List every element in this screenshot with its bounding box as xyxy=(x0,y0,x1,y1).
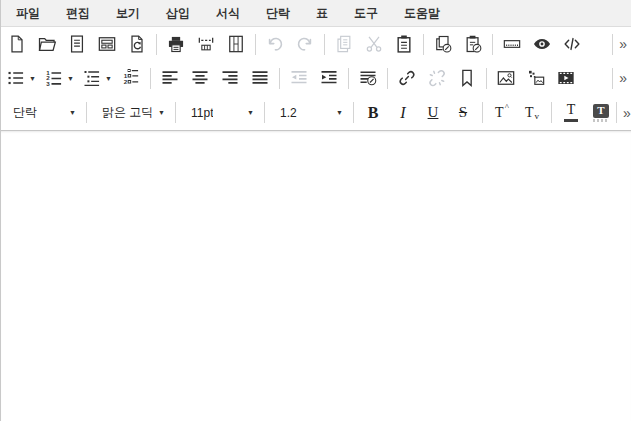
template-icon xyxy=(97,34,117,54)
eye-icon xyxy=(532,34,552,54)
ruler-icon xyxy=(502,34,522,54)
paste-as-text-button[interactable] xyxy=(428,29,458,59)
cut-button[interactable] xyxy=(359,29,389,59)
redo-button[interactable] xyxy=(290,29,320,59)
svg-text:2: 2 xyxy=(123,78,127,85)
list-ol-icon: 123 xyxy=(44,68,64,88)
outline-list-button[interactable]: 12 xyxy=(116,63,146,93)
template-button[interactable] xyxy=(92,29,122,59)
menu-format[interactable]: 서식 xyxy=(203,0,253,26)
bookmark-icon xyxy=(457,68,477,88)
open-document-button[interactable] xyxy=(32,29,62,59)
bold-button[interactable]: B xyxy=(358,98,388,128)
toolbar-row-1: » xyxy=(1,27,631,61)
copy-button[interactable] xyxy=(329,29,359,59)
menu-table[interactable]: 표 xyxy=(303,0,341,26)
link-icon xyxy=(397,68,417,88)
page-break-icon xyxy=(196,34,216,54)
page-setup-button[interactable] xyxy=(221,29,251,59)
ruler-button[interactable] xyxy=(497,29,527,59)
bookmark-button[interactable] xyxy=(452,63,482,93)
font-family-select[interactable]: 맑은 고딕▼ xyxy=(91,98,171,128)
toolbar-row-3: 단락▼맑은 고딕▼11pt▼1.2▼BIUST^TvTT» xyxy=(1,95,631,130)
glyph: T xyxy=(593,104,609,118)
menu-view[interactable]: 보기 xyxy=(103,0,153,26)
glyph: T xyxy=(567,103,576,117)
toolbar-overflow-button[interactable]: » xyxy=(617,71,630,85)
print-button[interactable] xyxy=(161,29,191,59)
insert-image-button[interactable] xyxy=(491,63,521,93)
paste-special-icon xyxy=(463,34,483,54)
new-document-button[interactable] xyxy=(2,29,32,59)
page-break-button[interactable] xyxy=(191,29,221,59)
bold-icon: B xyxy=(368,105,379,121)
toolbar-overflow-button[interactable]: » xyxy=(617,37,630,51)
bullet-list-button[interactable]: ▼ xyxy=(2,63,40,93)
restore-document-button[interactable] xyxy=(122,29,152,59)
separator xyxy=(551,102,552,123)
multilevel-list-button[interactable]: ▼ xyxy=(78,63,116,93)
remove-link-button[interactable] xyxy=(422,63,452,93)
subscript-mark: v xyxy=(535,112,540,121)
superscript-button[interactable]: T^ xyxy=(487,98,517,128)
menu-tools[interactable]: 도구 xyxy=(341,0,391,26)
undo-icon xyxy=(265,34,285,54)
outdent-button[interactable] xyxy=(284,63,314,93)
separator xyxy=(175,102,176,123)
line-edit-icon xyxy=(358,68,378,88)
paragraph-style-select[interactable]: 단락▼ xyxy=(2,98,82,128)
italic-button[interactable]: I xyxy=(388,98,418,128)
transparency-checker xyxy=(593,119,609,122)
dropdown-caret-icon: ▼ xyxy=(69,109,76,116)
toolbar-overflow-button[interactable]: » xyxy=(621,106,631,120)
underline-button[interactable]: U xyxy=(418,98,448,128)
strikethrough-button[interactable]: S xyxy=(448,98,478,128)
align-left-button[interactable] xyxy=(155,63,185,93)
document-text-button[interactable] xyxy=(62,29,92,59)
list-ul-icon xyxy=(6,68,26,88)
paragraph-edit-button[interactable] xyxy=(353,63,383,93)
text-color-button[interactable]: T xyxy=(556,98,586,128)
menu-edit[interactable]: 편집 xyxy=(53,0,103,26)
menu-file[interactable]: 파일 xyxy=(3,0,53,26)
separator xyxy=(324,34,325,55)
superscript-icon: T xyxy=(495,106,504,120)
insert-link-button[interactable] xyxy=(392,63,422,93)
menu-paragraph[interactable]: 단락 xyxy=(253,0,303,26)
dropdown-caret-icon: ▼ xyxy=(158,109,165,116)
paste-button[interactable] xyxy=(389,29,419,59)
align-center-button[interactable] xyxy=(185,63,215,93)
indent-button[interactable] xyxy=(314,63,344,93)
undo-button[interactable] xyxy=(260,29,290,59)
paste-special-button[interactable] xyxy=(458,29,488,59)
menu-insert[interactable]: 삽입 xyxy=(153,0,203,26)
editor-content[interactable] xyxy=(1,131,631,421)
paste-icon xyxy=(394,34,414,54)
text-color-icon: T xyxy=(564,103,578,122)
background-color-icon: T xyxy=(593,104,609,122)
align-left-icon xyxy=(160,68,180,88)
line-height-select[interactable]: 1.2▼ xyxy=(269,98,349,128)
separator xyxy=(423,34,424,55)
align-justify-button[interactable] xyxy=(245,63,275,93)
italic-icon: I xyxy=(400,105,405,121)
preview-button[interactable] xyxy=(527,29,557,59)
editor-root: 파일편집보기삽입서식단락표도구도움말 »▼123▼▼12»단락▼맑은 고딕▼11… xyxy=(0,0,631,421)
image-icon xyxy=(496,68,516,88)
font-size-select[interactable]: 11pt▼ xyxy=(180,98,260,128)
subscript-icon: T xyxy=(525,106,534,120)
indent-icon xyxy=(319,68,339,88)
numbered-list-button[interactable]: 123▼ xyxy=(40,63,78,93)
photo-editor-button[interactable] xyxy=(521,63,551,93)
outdent-icon xyxy=(289,68,309,88)
background-color-button[interactable]: T xyxy=(586,98,616,128)
list-nested-icon xyxy=(82,68,102,88)
separator xyxy=(616,102,617,123)
subscript-button[interactable]: Tv xyxy=(517,98,547,128)
menu-help[interactable]: 도움말 xyxy=(391,0,453,26)
insert-media-button[interactable] xyxy=(551,63,581,93)
source-code-button[interactable] xyxy=(557,29,587,59)
align-right-button[interactable] xyxy=(215,63,245,93)
svg-text:3: 3 xyxy=(46,80,50,87)
separator xyxy=(264,102,265,123)
